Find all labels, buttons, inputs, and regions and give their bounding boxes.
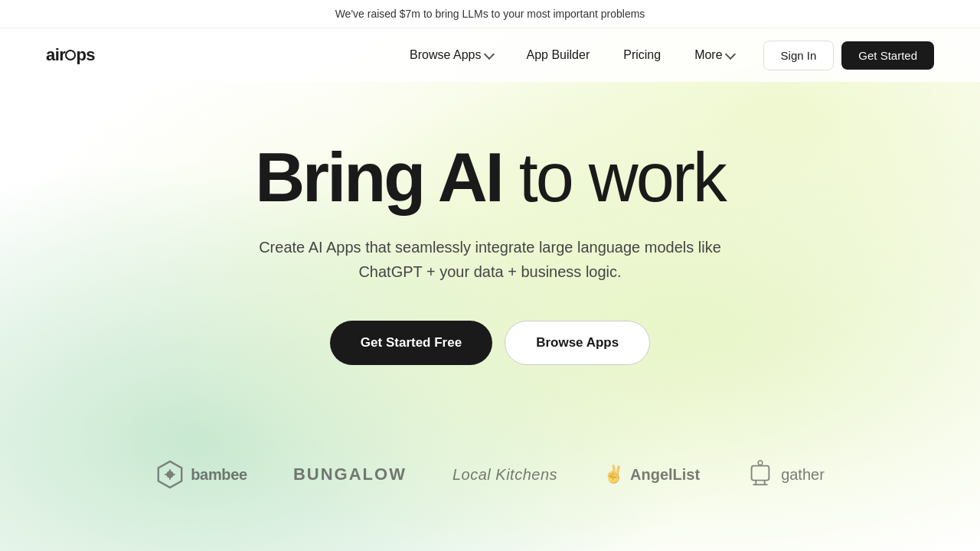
svg-rect-4 [752, 466, 769, 481]
bambee-hex-icon [155, 460, 185, 489]
logos-section: bambee BUNGALOW Local Kitchens ✌ AngelLi… [0, 445, 980, 504]
nav-actions: Sign In Get Started [763, 41, 934, 70]
nav-browse-apps[interactable]: Browse Apps [396, 42, 506, 68]
gather-icon [746, 460, 775, 489]
headline-bold: Bring AI [255, 139, 502, 216]
logo[interactable]: airps [46, 45, 95, 65]
get-started-free-button[interactable]: Get Started Free [330, 321, 492, 365]
get-started-nav-button[interactable]: Get Started [841, 41, 934, 70]
bambee-name-text: bambee [191, 466, 247, 484]
chevron-down-icon [483, 48, 494, 59]
nav-more[interactable]: More [681, 42, 747, 68]
signin-button[interactable]: Sign In [763, 41, 835, 70]
nav-pricing[interactable]: Pricing [609, 42, 675, 68]
hero-buttons: Get Started Free Browse Apps [0, 321, 980, 365]
gather-name-text: gather [781, 466, 825, 484]
bungalow-logo: BUNGALOW [293, 465, 407, 484]
announcement-text: We've raised $7m to bring LLMs to your m… [335, 8, 645, 20]
headline-light: to work [519, 139, 725, 216]
bungalow-name-text: BUNGALOW [293, 465, 407, 484]
hero-section: Bring AI to work Create AI Apps that sea… [0, 82, 980, 445]
logo-text: airps [46, 45, 95, 65]
local-kitchens-logo: Local Kitchens [452, 466, 557, 484]
navbar: airps Browse Apps App Builder Pricing Mo… [0, 28, 980, 82]
angellist-icon: ✌ [603, 465, 624, 484]
announcement-bar: We've raised $7m to bring LLMs to your m… [0, 0, 980, 28]
nav-links: Browse Apps App Builder Pricing More [396, 42, 747, 68]
angellist-name-text: AngelList [630, 466, 700, 484]
hero-headline: Bring AI to work [0, 143, 980, 212]
bambee-logo: bambee [155, 460, 247, 489]
browse-apps-button[interactable]: Browse Apps [505, 321, 650, 365]
local-kitchens-name-text: Local Kitchens [452, 466, 557, 484]
chevron-down-icon [725, 48, 736, 59]
nav-app-builder[interactable]: App Builder [513, 42, 604, 68]
gather-logo: gather [746, 460, 825, 489]
hero-subtext: Create AI Apps that seamlessly integrate… [0, 235, 980, 284]
svg-point-5 [758, 461, 763, 465]
angellist-logo: ✌ AngelList [603, 465, 700, 484]
